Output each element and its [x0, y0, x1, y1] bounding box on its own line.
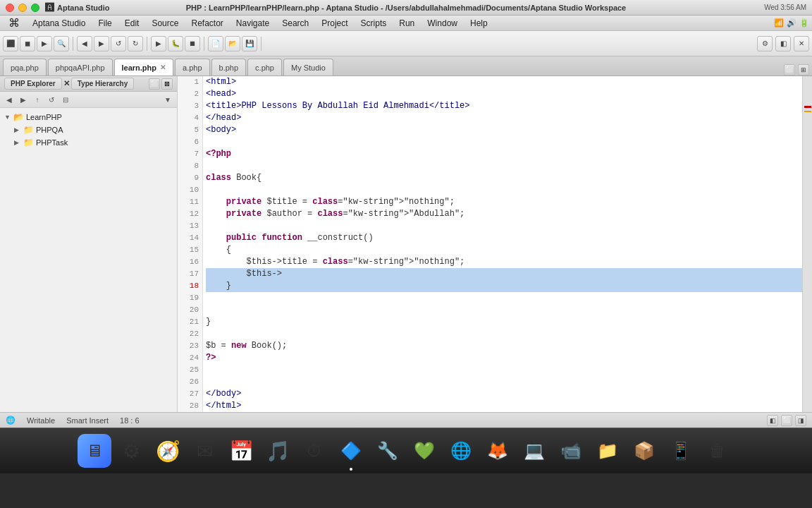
dock-system[interactable]: ⚙	[114, 434, 148, 468]
sidebar-forward-btn[interactable]: ▶	[17, 93, 30, 106]
menu-navigate[interactable]: Navigate	[230, 17, 275, 30]
code-line-13	[206, 220, 802, 232]
toolbar-btn-new[interactable]: 📄	[208, 36, 223, 52]
sidebar-maximize-btn[interactable]: ⊠	[161, 78, 173, 90]
menu-file[interactable]: File	[92, 17, 117, 30]
tab-pqa[interactable]: pqa.php	[3, 59, 47, 75]
sidebar-view-btn[interactable]: ▼	[161, 93, 174, 106]
dock-app-green[interactable]: 💚	[407, 434, 441, 468]
toolbar-btn-6[interactable]: ▶	[94, 36, 109, 52]
line-number-7: 7	[178, 148, 202, 160]
code-content[interactable]: <html><head><title>PHP Lessons By Abdull…	[203, 76, 802, 412]
tab-a[interactable]: a.php	[175, 59, 210, 75]
toolbar-btn-open[interactable]: 📂	[225, 36, 240, 52]
toolbar-btn-save[interactable]: 💾	[242, 36, 257, 52]
tab-learn-close[interactable]: ✕	[160, 64, 166, 71]
dock-finder[interactable]: 🖥	[78, 434, 111, 468]
toolbar-btn-settings[interactable]: ⚙	[757, 36, 773, 52]
tab-panel-controls: ⬜ ⊞	[784, 64, 809, 75]
sidebar-tab-typehierarchy[interactable]: Type Hierarchy	[71, 78, 135, 90]
dock-archive[interactable]: 📦	[627, 434, 661, 468]
toolbar-btn-3[interactable]: ▶	[37, 36, 52, 52]
code-line-25	[206, 364, 802, 376]
dock-music[interactable]: 🎵	[261, 434, 295, 468]
dock-app-gear[interactable]: 🔧	[371, 434, 405, 468]
sidebar-tab-phpexplorer[interactable]: PHP Explorer	[4, 78, 62, 90]
code-editor[interactable]: 1234567891011121314151617181920212223242…	[178, 76, 802, 412]
dock-mail[interactable]: ✉	[187, 434, 221, 468]
menu-edit[interactable]: Edit	[119, 17, 145, 30]
tab-mystudio[interactable]: My Studio	[283, 59, 333, 75]
toolbar-btn-run[interactable]: ▶	[151, 36, 166, 52]
dock-terminal[interactable]: 💻	[517, 434, 551, 468]
sidebar-tabs: PHP Explorer ✕ Type Hierarchy	[4, 78, 134, 90]
traffic-lights[interactable]	[6, 4, 39, 12]
toolbar-sep-4	[261, 37, 262, 51]
menu-aptana[interactable]: Aptana Studio	[27, 17, 91, 30]
toolbar-btn-panel[interactable]: ◧	[775, 36, 791, 52]
toolbar-btn-debug[interactable]: 🐛	[168, 36, 183, 52]
dock-iphone[interactable]: 📱	[664, 434, 698, 468]
menu-source[interactable]: Source	[146, 17, 184, 30]
menu-run[interactable]: Run	[393, 17, 420, 30]
sidebar-up-btn[interactable]: ↑	[31, 93, 44, 106]
toolbar-btn-1[interactable]: ⬛	[3, 36, 18, 52]
tab-bar: pqa.php phpqaAPI.php learn.php ✕ a.php b…	[0, 56, 812, 76]
main-toolbar: ⬛ ◼ ▶ 🔍 ◀ ▶ ↺ ↻ ▶ 🐛 ⏹ 📄 📂 💾 ⚙ ◧ ✕	[0, 31, 812, 56]
sidebar-back-btn[interactable]: ◀	[3, 93, 16, 106]
dock-files[interactable]: 📁	[591, 434, 625, 468]
toolbar-btn-stop[interactable]: ⏹	[185, 36, 200, 52]
menu-help[interactable]: Help	[465, 17, 493, 30]
app-name: Aptana Studio	[57, 4, 110, 12]
dock-safari[interactable]: 🧭	[151, 434, 185, 468]
tab-c-label: c.php	[255, 64, 274, 72]
sidebar-minimize-btn[interactable]: ⬜	[149, 78, 160, 90]
tree-item-phpqa[interactable]: ▶ 📁 PHPQA	[0, 123, 177, 136]
status-btn-2[interactable]: ⬜	[781, 415, 792, 426]
tab-c[interactable]: c.php	[247, 59, 282, 75]
code-line-11: private $title = class="kw-string">"noth…	[206, 196, 802, 208]
menu-bar: ⌘ Aptana Studio File Edit Source Refacto…	[0, 16, 812, 31]
toolbar-btn-8[interactable]: ↻	[128, 36, 143, 52]
tab-minimize-btn[interactable]: ⬜	[784, 64, 795, 75]
apple-menu[interactable]: ⌘	[3, 16, 25, 30]
sidebar-refresh-btn[interactable]: ↺	[45, 93, 58, 106]
toolbar-btn-5[interactable]: ◀	[77, 36, 92, 52]
tab-learn[interactable]: learn.php ✕	[114, 59, 174, 75]
line-number-18: 18	[178, 280, 202, 292]
menu-scripts[interactable]: Scripts	[355, 17, 393, 30]
maximize-button[interactable]	[31, 4, 39, 12]
tree-item-phptask[interactable]: ▶ 📁 PHPTask	[0, 136, 177, 149]
line-number-27: 27	[178, 388, 202, 400]
status-right-controls: ◧ ⬜ ◨	[767, 415, 806, 426]
dock-calendar[interactable]: 📅	[224, 434, 258, 468]
tab-phpqaapi-label: phpqaAPI.php	[56, 64, 105, 72]
toolbar-btn-2[interactable]: ◼	[20, 36, 35, 52]
tree-item-learnphp[interactable]: ▼ 📂 LearnPHP	[0, 111, 177, 123]
dock-trash[interactable]: 🗑	[701, 434, 734, 468]
menu-project[interactable]: Project	[316, 17, 353, 30]
dock-browser[interactable]: 🌐	[444, 434, 478, 468]
tab-maximize-btn[interactable]: ⊞	[798, 64, 809, 75]
dock-aptana[interactable]: 🔷	[334, 434, 368, 468]
menu-window[interactable]: Window	[422, 17, 463, 30]
tab-phpqaapi[interactable]: phpqaAPI.php	[48, 59, 113, 75]
toolbar-btn-close-panel[interactable]: ✕	[794, 36, 809, 52]
dock-firefox[interactable]: 🦊	[481, 434, 515, 468]
status-btn-1[interactable]: ◧	[767, 415, 778, 426]
toolbar-sep-1	[73, 37, 73, 51]
close-button[interactable]	[6, 4, 14, 12]
toolbar-btn-7[interactable]: ↺	[111, 36, 126, 52]
dock-timer[interactable]: ⏱	[297, 434, 331, 468]
code-line-14: public function __construct()	[206, 232, 802, 244]
minimize-button[interactable]	[18, 4, 27, 12]
menu-search[interactable]: Search	[276, 17, 314, 30]
tab-b[interactable]: b.php	[211, 59, 247, 75]
status-btn-3[interactable]: ◨	[795, 415, 806, 426]
menu-refactor[interactable]: Refactor	[185, 17, 228, 30]
toolbar-btn-4[interactable]: 🔍	[54, 36, 69, 52]
line-number-23: 23	[178, 340, 202, 352]
sidebar-collapse-btn[interactable]: ⊟	[59, 93, 72, 106]
code-line-23: $b = new Book();	[206, 340, 802, 352]
dock-vimeo[interactable]: 📹	[554, 434, 588, 468]
